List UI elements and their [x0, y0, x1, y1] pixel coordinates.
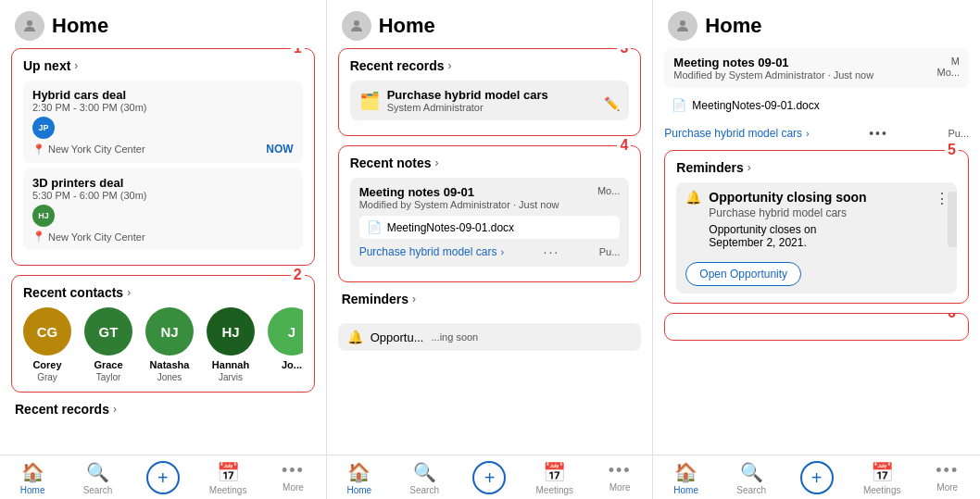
contacts-row: CG Corey Gray GT Grace Taylor NJ Natasha…: [23, 307, 303, 382]
page-title-3: Home: [705, 14, 761, 38]
rr-chevron: ›: [448, 59, 452, 72]
header-avatar: [15, 11, 44, 41]
record-icon-1: 🗂️: [359, 91, 380, 111]
nav-search-label-2: Search: [409, 485, 439, 495]
recent-notes-section: 4 Recent notes › Meeting notes 09-01 Mod…: [338, 145, 642, 282]
note-modified-short: Mo...: [597, 185, 620, 196]
nav-more-label-2: More: [609, 482, 631, 493]
nav-search-label-3: Search: [736, 485, 766, 495]
filename-top: MeetingNotes-09-01.docx: [692, 99, 819, 112]
recent-notes-title: Recent notes: [350, 156, 432, 170]
event-item-1[interactable]: Hybrid cars deal 2:30 PM - 3:00 PM (30m)…: [23, 81, 303, 163]
nav-meetings-label-3: Meetings: [863, 485, 901, 495]
recent-records-header[interactable]: Recent records ›: [350, 58, 630, 73]
meeting-notes-short: M Mo...: [937, 56, 960, 78]
note-link[interactable]: Purchase hybrid model cars ›: [359, 245, 504, 258]
phone-panel-2: Home 3 Recent records › 🗂️ Purchase hybr…: [327, 0, 654, 499]
meeting-notes-card-top[interactable]: Meeting notes 09-01 Modified by System A…: [664, 48, 969, 88]
more-icon-1: •••: [282, 461, 305, 480]
note-filename: MeetingNotes-09-01.docx: [387, 221, 514, 234]
meeting-notes-title-top: Meeting notes 09-01: [673, 56, 873, 69]
nav-search-1[interactable]: 🔍 Search: [65, 461, 130, 495]
phone-panel-1: Home 1 Up next › Hybrid cars deal 2:30 P…: [0, 0, 327, 499]
recent-records-label[interactable]: Recent records ›: [11, 402, 315, 417]
nav-search-2[interactable]: 🔍 Search: [392, 461, 457, 495]
nav-meetings-label-2: Meetings: [536, 485, 574, 495]
edit-icon-1[interactable]: ✏️: [604, 96, 620, 111]
nav-more-label-3: More: [936, 482, 958, 493]
nav-home-1[interactable]: 🏠 Home: [0, 461, 65, 495]
reminders-chevron-2: ›: [748, 161, 751, 174]
contact-avatar-CG: CG: [23, 307, 71, 356]
plus-button-2[interactable]: +: [472, 461, 506, 494]
reminders-label[interactable]: Reminders ›: [338, 292, 642, 306]
note-title-1: Meeting notes 09-01: [359, 185, 559, 199]
recent-contacts-header[interactable]: Recent contacts ›: [23, 285, 303, 300]
search-icon-3: 🔍: [740, 461, 763, 483]
nav-meetings-1[interactable]: 📅 Meetings: [195, 461, 260, 495]
recent-notes-header[interactable]: Recent notes ›: [350, 156, 630, 170]
contact-last-HJ: Jarvis: [219, 372, 243, 382]
file-row-top[interactable]: 📄 MeetingNotes-09-01.docx: [664, 94, 969, 117]
nav-more-1[interactable]: ••• More: [260, 461, 325, 495]
nav-plus-3[interactable]: +: [784, 461, 849, 495]
contact-HJ[interactable]: HJ Hannah Jarvis: [207, 307, 255, 382]
open-btn-wrapper: Open Opportunity: [685, 258, 948, 286]
record-sub-1: System Administrator: [387, 102, 548, 113]
event-time-2: 5:30 PM - 6:00 PM (30m): [32, 190, 294, 201]
up-next-header[interactable]: Up next ›: [23, 58, 303, 73]
contact-name-J: Jo...: [282, 359, 302, 370]
plus-button-1[interactable]: +: [146, 461, 180, 494]
event-location-1: 📍 New York City Center NOW: [32, 143, 294, 156]
note-file-row[interactable]: 📄 MeetingNotes-09-01.docx: [359, 216, 621, 239]
reminder-desc: Opportunity closes onSeptember 2, 2021.: [709, 223, 866, 249]
panel3-header: Home: [653, 0, 980, 48]
plus-button-3[interactable]: +: [800, 461, 834, 494]
nav-meetings-3[interactable]: 📅 Meetings: [849, 461, 915, 495]
note-card-1[interactable]: Meeting notes 09-01 Modified by System A…: [350, 178, 630, 267]
contact-CG[interactable]: CG Corey Gray: [23, 307, 71, 382]
panel2-header: Home: [327, 0, 653, 48]
nav-meetings-2[interactable]: 📅 Meetings: [522, 461, 587, 495]
meeting-notes-short-b: Mo...: [937, 67, 960, 78]
partial-next-card: [948, 192, 957, 247]
nav-home-2[interactable]: 🏠 Home: [327, 461, 392, 495]
link-top[interactable]: Purchase hybrid model cars ›: [664, 127, 809, 140]
link-text-top[interactable]: Purchase hybrid model cars: [664, 127, 802, 140]
nav-plus-2[interactable]: +: [457, 461, 521, 495]
open-opportunity-button[interactable]: Open Opportunity: [685, 262, 801, 286]
reminders-header[interactable]: Reminders ›: [676, 160, 957, 175]
partial-text2: ...ing soon: [431, 331, 478, 343]
meetings-icon-2: 📅: [543, 461, 566, 483]
contact-last-CG: Gray: [37, 372, 57, 382]
event-item-2[interactable]: 3D printers deal 5:30 PM - 6:00 PM (30m)…: [23, 168, 303, 250]
panel3-bottom-nav: 🏠 Home 🔍 Search + 📅 Meetings ••• More: [653, 455, 980, 499]
note-dots[interactable]: ···: [544, 244, 560, 259]
contact-NJ[interactable]: NJ Natasha Jones: [145, 307, 194, 382]
reminder-subtitle: Purchase hybrid model cars: [709, 206, 866, 219]
contact-GT[interactable]: GT Grace Taylor: [84, 307, 132, 382]
nav-more-3[interactable]: ••• More: [914, 461, 980, 495]
link-row-top: Purchase hybrid model cars › ••• Pu...: [664, 126, 969, 141]
nav-home-3[interactable]: 🏠 Home: [653, 461, 719, 495]
dots-top[interactable]: •••: [869, 126, 888, 141]
nav-plus-1[interactable]: +: [131, 461, 195, 495]
contact-name-HJ: Hannah: [212, 359, 249, 370]
nav-more-2[interactable]: ••• More: [587, 461, 652, 495]
note-link-text[interactable]: Purchase hybrid model cars: [359, 245, 497, 258]
section-number-2: 2: [291, 267, 305, 283]
nav-search-3[interactable]: 🔍 Search: [719, 461, 785, 495]
up-next-chevron: ›: [74, 59, 78, 72]
recent-records-section: 3 Recent records › 🗂️ Purchase hybrid mo…: [338, 48, 642, 136]
home-icon-3: 🏠: [674, 461, 697, 483]
contact-J[interactable]: J Jo...: [268, 307, 303, 382]
header-avatar-2: [342, 11, 371, 41]
reminders-title: Reminders: [676, 160, 743, 175]
record-card-1[interactable]: 🗂️ Purchase hybrid model cars System Adm…: [350, 81, 630, 120]
home-icon-2: 🏠: [347, 461, 371, 483]
recent-contacts-section: 2 Recent contacts › CG Corey Gray GT Gra…: [11, 275, 315, 393]
event-title-1: Hybrid cars deal: [32, 88, 294, 102]
reminder-text: Opportunity closing soon Purchase hybrid…: [709, 190, 866, 253]
reminder-card-1: 🔔 Opportunity closing soon Purchase hybr…: [676, 182, 957, 293]
panel2-content: 3 Recent records › 🗂️ Purchase hybrid mo…: [327, 48, 653, 455]
